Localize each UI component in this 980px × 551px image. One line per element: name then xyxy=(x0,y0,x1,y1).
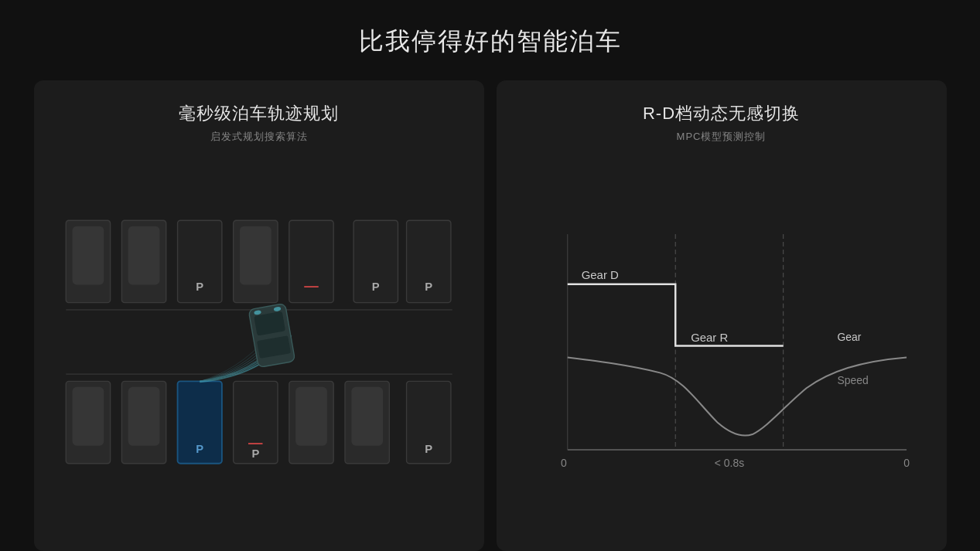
left-panel: 毫秒级泊车轨迹规划 启发式规划搜索算法 P xyxy=(34,80,484,551)
gear-speed-chart: Gear D Gear R Gear Speed 0 < 0.8s 0 xyxy=(521,159,922,525)
gear-line-label: Gear xyxy=(837,331,861,343)
svg-rect-3 xyxy=(72,226,104,285)
speed-line-label: Speed xyxy=(837,374,868,386)
svg-text:P: P xyxy=(251,447,259,460)
x-label-end: 0 xyxy=(903,457,910,469)
svg-text:P: P xyxy=(425,443,432,455)
right-panel-title: R-D档动态无感切换 xyxy=(521,102,922,125)
panels-container: 毫秒级泊车轨迹规划 启发式规划搜索算法 P xyxy=(34,80,947,551)
gear-d-label: Gear D xyxy=(581,268,618,281)
left-panel-title: 毫秒级泊车轨迹规划 xyxy=(59,102,459,125)
right-panel-subtitle: MPC模型预测控制 xyxy=(521,130,922,144)
gear-r-label: Gear R xyxy=(691,332,728,345)
svg-rect-19 xyxy=(128,387,159,446)
svg-rect-28 xyxy=(351,387,383,446)
x-label-start: 0 xyxy=(560,457,566,469)
right-panel: R-D档动态无感切换 MPC模型预测控制 G xyxy=(497,80,947,551)
page-title: 比我停得好的智能泊车 xyxy=(359,25,622,59)
parking-area: P — P P xyxy=(59,159,459,525)
left-panel-subtitle: 启发式规划搜索算法 xyxy=(59,130,459,144)
svg-text:P: P xyxy=(196,281,203,293)
svg-text:P: P xyxy=(425,281,432,293)
svg-rect-17 xyxy=(72,387,104,446)
svg-rect-9 xyxy=(240,226,271,285)
svg-text:—: — xyxy=(304,277,319,294)
svg-rect-26 xyxy=(295,387,327,446)
svg-rect-5 xyxy=(128,226,159,285)
x-label-mid: < 0.8s xyxy=(714,457,743,469)
svg-text:P: P xyxy=(196,443,203,455)
parking-lot-svg: P — P P xyxy=(59,159,459,525)
svg-text:P: P xyxy=(371,281,379,293)
chart-area: Gear D Gear R Gear Speed 0 < 0.8s 0 xyxy=(521,159,922,525)
